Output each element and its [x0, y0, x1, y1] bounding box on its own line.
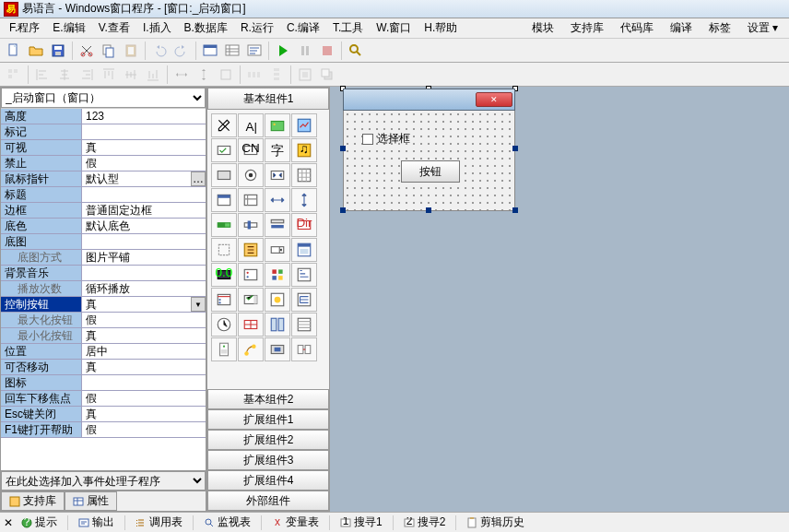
- palette-tab-external[interactable]: 外部组件: [207, 491, 329, 511]
- prop-row-最小化按钮[interactable]: 最小化按钮真: [1, 328, 206, 344]
- palette-item-20[interactable]: [211, 238, 237, 262]
- palette-item-36[interactable]: [211, 337, 237, 361]
- palette-item-24[interactable]: 0.0: [211, 263, 237, 287]
- prop-value[interactable]: 默认型…: [82, 171, 206, 186]
- palette-item-28[interactable]: [211, 288, 237, 312]
- palette-item-27[interactable]: [291, 263, 317, 287]
- palette-item-31[interactable]: [291, 288, 317, 312]
- palette-item-34[interactable]: [265, 313, 290, 337]
- save-icon[interactable]: [48, 41, 68, 61]
- tab-supportlib[interactable]: 支持库: [1, 491, 65, 511]
- palette-item-3[interactable]: [291, 113, 317, 137]
- prop-value[interactable]: 图片平铺: [82, 250, 206, 265]
- menu-window[interactable]: W.窗口: [371, 18, 417, 38]
- tab-properties[interactable]: 属性: [65, 491, 117, 511]
- object-dropdown[interactable]: _启动窗口（窗口）: [1, 88, 206, 108]
- palette-tab-ext4[interactable]: 扩展组件4: [207, 470, 329, 491]
- object-selector[interactable]: _启动窗口（窗口）: [1, 88, 206, 108]
- palette-item-23[interactable]: [291, 238, 317, 262]
- palette-item-35[interactable]: [291, 313, 317, 337]
- prop-row-底图[interactable]: 底图: [1, 234, 206, 250]
- palette-item-26[interactable]: [265, 263, 290, 287]
- palette-tab-ext1[interactable]: 扩展组件1: [207, 409, 329, 430]
- prop-row-底色[interactable]: 底色默认底色: [1, 219, 206, 234]
- palette-item-8[interactable]: [211, 163, 237, 187]
- palette-item-4[interactable]: [211, 138, 237, 162]
- prop-row-回车下移焦点[interactable]: 回车下移焦点假: [1, 391, 206, 407]
- menu-settings[interactable]: 设置 ▾: [740, 18, 785, 38]
- menu-compile[interactable]: C.编译: [281, 18, 325, 38]
- palette-item-38[interactable]: [265, 337, 290, 361]
- form-startup-window[interactable]: ✕ 选择框 按钮: [343, 89, 515, 211]
- form-view-icon[interactable]: [200, 41, 220, 61]
- open-file-icon[interactable]: [26, 41, 46, 61]
- code-view-icon[interactable]: [244, 41, 265, 61]
- prop-row-背景音乐[interactable]: 背景音乐: [1, 266, 206, 281]
- prop-row-高度[interactable]: 高度123: [1, 109, 206, 124]
- palette-tab-basic2[interactable]: 基本组件2: [207, 389, 329, 409]
- copy-icon[interactable]: [99, 41, 119, 61]
- new-file-icon[interactable]: [4, 41, 24, 61]
- prop-value[interactable]: 真: [82, 328, 206, 343]
- menu-run[interactable]: R.运行: [235, 18, 279, 38]
- form-titlebar[interactable]: ✕: [343, 89, 515, 111]
- tab-calltable[interactable]: 调用表: [129, 512, 189, 532]
- prop-row-可否移动[interactable]: 可否移动真: [1, 360, 206, 375]
- prop-value[interactable]: 默认底色: [82, 219, 206, 233]
- palette-item-15[interactable]: [291, 188, 317, 212]
- tab-output[interactable]: 输出: [72, 512, 121, 532]
- prop-value[interactable]: 假: [82, 156, 206, 171]
- prop-row-禁止[interactable]: 禁止假: [1, 156, 206, 171]
- palette-item-25[interactable]: [238, 263, 264, 287]
- prop-value[interactable]: 假: [82, 422, 206, 437]
- prop-value[interactable]: 普通固定边框: [82, 203, 206, 218]
- palette-item-0[interactable]: [211, 113, 237, 137]
- prop-row-鼠标指针[interactable]: 鼠标指针默认型…: [1, 171, 206, 187]
- prop-value[interactable]: 假: [82, 313, 206, 327]
- checkbox-control[interactable]: 选择框: [362, 131, 410, 147]
- palette-item-6[interactable]: 字: [265, 138, 290, 162]
- prop-value[interactable]: 真▼: [82, 297, 206, 312]
- form-body[interactable]: 选择框 按钮: [343, 111, 515, 211]
- prop-value[interactable]: [82, 234, 206, 249]
- cut-icon[interactable]: [77, 41, 97, 61]
- event-selector[interactable]: 在此处选择加入事件处理子程序: [1, 470, 206, 491]
- prop-value[interactable]: 居中: [82, 344, 206, 359]
- menu-label[interactable]: 标签: [701, 18, 738, 38]
- tab-search1[interactable]: 1搜寻1: [334, 512, 389, 532]
- palette-item-11[interactable]: [291, 163, 317, 187]
- close-icon[interactable]: ✕: [476, 92, 512, 107]
- event-dropdown[interactable]: 在此处选择加入事件处理子程序: [1, 471, 206, 491]
- find-icon[interactable]: [346, 41, 366, 61]
- palette-item-2[interactable]: [265, 113, 290, 137]
- menu-compile2[interactable]: 编译: [663, 18, 700, 38]
- button-control[interactable]: 按钮: [401, 160, 460, 183]
- prop-row-边框[interactable]: 边框普通固定边框: [1, 203, 206, 219]
- prop-value[interactable]: [82, 187, 206, 202]
- prop-value[interactable]: [82, 124, 206, 139]
- palette-tab-ext3[interactable]: 扩展组件3: [207, 450, 329, 470]
- prop-row-控制按钮[interactable]: 控制按钮真▼: [1, 297, 206, 313]
- palette-item-16[interactable]: [211, 213, 237, 237]
- design-canvas[interactable]: ✕ 选择框 按钮: [330, 87, 789, 512]
- palette-item-22[interactable]: [265, 238, 290, 262]
- menu-edit[interactable]: E.编辑: [47, 18, 90, 38]
- checkbox-icon[interactable]: [362, 134, 373, 145]
- palette-item-14[interactable]: [265, 188, 290, 212]
- tab-variables[interactable]: x变量表: [265, 512, 325, 532]
- palette-item-19[interactable]: Dir: [291, 213, 317, 237]
- tab-hint[interactable]: ?提示: [15, 512, 64, 532]
- prop-row-Esc键关闭[interactable]: Esc键关闭真: [1, 407, 206, 422]
- prop-row-位置[interactable]: 位置居中: [1, 344, 206, 360]
- palette-item-5[interactable]: CN: [238, 138, 264, 162]
- prop-value[interactable]: 真: [82, 407, 206, 421]
- prop-value[interactable]: [82, 266, 206, 280]
- palette-item-37[interactable]: [238, 337, 264, 361]
- palette-item-21[interactable]: [238, 238, 264, 262]
- list-view-icon[interactable]: [222, 41, 242, 61]
- prop-value[interactable]: 123: [82, 109, 206, 124]
- prop-row-F1键打开帮助[interactable]: F1键打开帮助假: [1, 422, 206, 438]
- prop-value[interactable]: [82, 375, 206, 390]
- palette-item-33[interactable]: [238, 313, 264, 337]
- prop-value[interactable]: 循环播放: [82, 281, 206, 296]
